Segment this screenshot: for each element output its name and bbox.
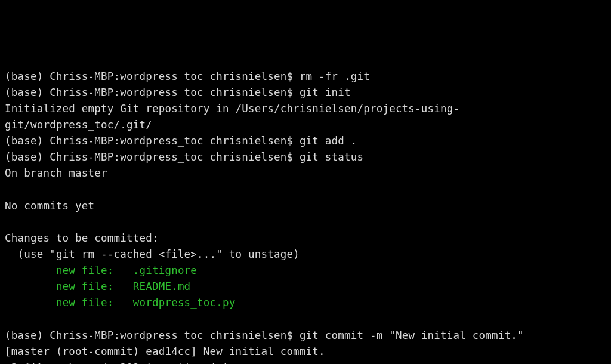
command-rm: rm -fr .git <box>300 70 370 82</box>
terminal-line-add: (base) Chriss-MBP:wordpress_toc chrisnie… <box>5 133 606 149</box>
command-git-commit: git commit -m "New initial commit." <box>300 329 524 341</box>
shell-prompt: (base) Chriss-MBP:wordpress_toc chrisnie… <box>5 151 293 163</box>
shell-prompt: (base) Chriss-MBP:wordpress_toc chrisnie… <box>5 87 293 98</box>
terminal-line-commit: (base) Chriss-MBP:wordpress_toc chrisnie… <box>5 328 606 344</box>
command-git-init: git init <box>300 87 351 98</box>
terminal-line-status: (base) Chriss-MBP:wordpress_toc chrisnie… <box>5 149 606 165</box>
blank-line <box>5 214 606 230</box>
terminal-line-init: (base) Chriss-MBP:wordpress_toc chrisnie… <box>5 85 606 101</box>
shell-prompt: (base) Chriss-MBP:wordpress_toc chrisnie… <box>5 70 293 82</box>
output-commit-result: [master (root-commit) ead14cc] New initi… <box>5 344 606 360</box>
blank-line <box>5 311 606 327</box>
shell-prompt: (base) Chriss-MBP:wordpress_toc chrisnie… <box>5 135 293 147</box>
command-git-add: git add . <box>300 135 357 147</box>
output-commit-stats: 3 files changed, 313 insertions(+) <box>5 360 606 364</box>
blank-line <box>5 181 606 198</box>
output-changes-header: Changes to be committed: <box>5 230 606 246</box>
command-git-status: git status <box>300 151 363 163</box>
terminal-line-rm: (base) Chriss-MBP:wordpress_toc chrisnie… <box>5 69 606 85</box>
output-branch: On branch master <box>5 165 606 181</box>
output-newfile-0: new file: .gitignore <box>5 263 606 279</box>
output-unstage-hint: (use "git rm --cached <file>..." to unst… <box>5 246 606 263</box>
output-newfile-2: new file: wordpress_toc.py <box>5 295 606 311</box>
output-newfile-1: new file: README.md <box>5 279 606 295</box>
shell-prompt: (base) Chriss-MBP:wordpress_toc chrisnie… <box>5 329 293 341</box>
output-init: Initialized empty Git repository in /Use… <box>5 101 606 133</box>
output-no-commits: No commits yet <box>5 198 606 214</box>
